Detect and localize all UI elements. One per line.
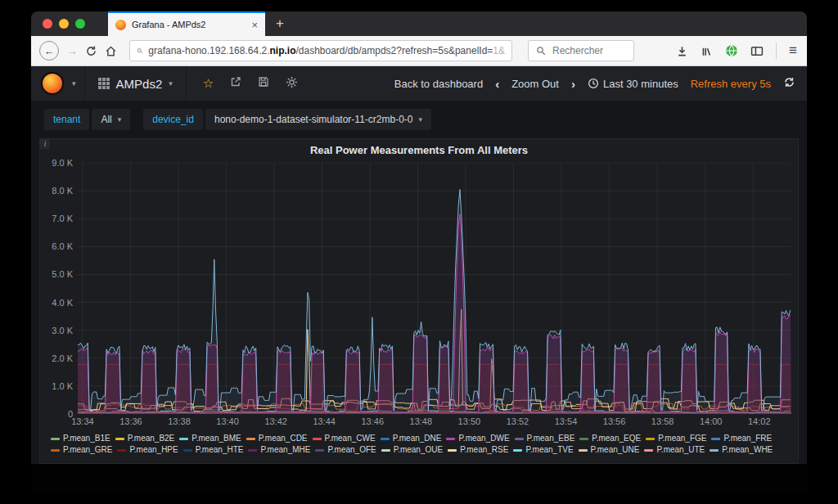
series-color-dash-icon: [446, 438, 455, 440]
downloads-button[interactable]: [676, 45, 688, 57]
legend-item[interactable]: P.mean_GRE: [51, 444, 112, 456]
share-button[interactable]: [230, 76, 241, 91]
home-button[interactable]: [105, 45, 117, 57]
legend-label: P.mean_TVE: [525, 444, 573, 456]
dashboard-picker[interactable]: AMPds2 ▾: [93, 77, 178, 91]
panel-info-icon[interactable]: i: [40, 139, 50, 149]
legend-item[interactable]: P.mean_FRE: [711, 433, 772, 444]
variable-device-id-value-dropdown[interactable]: hono-demo-1-dataset-simulator-11-cr2mb-0…: [205, 109, 431, 130]
legend-label: P.mean_GRE: [63, 444, 112, 456]
legend-item[interactable]: P.mean_B1E: [51, 433, 110, 444]
minimize-window-button[interactable]: [59, 19, 69, 29]
star-button[interactable]: ☆: [203, 76, 214, 91]
close-window-button[interactable]: [43, 19, 52, 29]
browser-tab[interactable]: Grafana - AMPds2 ×: [108, 11, 265, 36]
legend-item[interactable]: P.mean_OFE: [315, 444, 376, 456]
url-bar[interactable]: grafana-hono.192.168.64.2.nip.io/dashboa…: [129, 40, 512, 61]
url-path: /dashboard/db/ampds2?refresh=5s&panelId=: [295, 45, 493, 56]
legend-item[interactable]: P.mean_B2E: [115, 433, 175, 444]
zoom-window-button[interactable]: [75, 19, 85, 29]
time-range-picker[interactable]: Last 30 minutes: [588, 78, 678, 90]
series-color-dash-icon: [51, 438, 60, 440]
sidebar-toggle-button[interactable]: [750, 45, 764, 57]
tab-close-icon[interactable]: ×: [251, 20, 258, 30]
refresh-now-button[interactable]: [783, 76, 795, 91]
refresh-interval-button[interactable]: Refresh every 5s: [691, 78, 771, 90]
legend-item[interactable]: P.mean_MHE: [248, 444, 310, 456]
template-variables-row: tenant All ▾ device_id hono-demo-1-datas…: [31, 101, 807, 138]
legend-item[interactable]: P.mean_UNE: [579, 444, 640, 456]
series-color-dash-icon: [381, 449, 390, 452]
legend-item[interactable]: P.mean_FGE: [646, 433, 706, 444]
panel-title[interactable]: Real Power Measurements From All Meters: [40, 139, 798, 160]
legend-item[interactable]: P.mean_OUE: [381, 444, 443, 456]
series-color-dash-icon: [51, 449, 60, 452]
back-to-dashboard-button[interactable]: Back to dashboard: [394, 78, 483, 90]
grafana-toolbar: ▾ AMPds2 ▾ ☆: [31, 66, 807, 101]
chevron-down-icon[interactable]: ▾: [72, 79, 76, 88]
variable-tenant-value: All: [101, 114, 111, 125]
legend-item[interactable]: P.mean_DWE: [446, 433, 509, 444]
series-color-dash-icon: [579, 449, 588, 452]
legend-item[interactable]: P.mean_EQE: [579, 433, 641, 444]
forward-button[interactable]: →: [66, 44, 78, 57]
new-tab-button[interactable]: +: [265, 11, 295, 36]
time-shift-left-button[interactable]: ‹: [495, 77, 499, 91]
back-arrow-icon: ←: [44, 45, 55, 57]
legend-item[interactable]: P.mean_DNE: [381, 433, 442, 444]
x-axis-tick: 13:34: [71, 416, 94, 426]
toolbar-right-icons: ≡: [676, 43, 799, 59]
legend-label: P.mean_BME: [191, 433, 241, 444]
series-color-dash-icon: [183, 449, 192, 452]
series-color-dash-icon: [246, 438, 255, 440]
grafana-logo-icon[interactable]: [41, 72, 64, 95]
legend-item[interactable]: P.mean_HPE: [117, 444, 178, 456]
x-axis-tick: 13:40: [216, 416, 239, 426]
legend-label: P.mean_EQE: [592, 433, 641, 444]
legend-label: P.mean_HPE: [129, 444, 178, 456]
legend-label: P.mean_FGE: [658, 433, 706, 444]
y-axis-tick: 6.0 K: [40, 241, 73, 251]
reload-icon: [85, 45, 97, 57]
legend-item[interactable]: P.mean_RSE: [448, 444, 508, 456]
search-icon: [137, 46, 143, 56]
toolbar-divider: [186, 66, 187, 101]
time-series-chart[interactable]: [78, 163, 791, 414]
y-axis-tick: 3.0 K: [40, 326, 73, 335]
zoom-out-button[interactable]: Zoom Out: [511, 78, 559, 90]
save-button[interactable]: [258, 76, 269, 91]
legend-item[interactable]: P.mean_CDE: [246, 433, 308, 444]
legend-item[interactable]: P.mean_HTE: [183, 444, 244, 456]
time-shift-right-button[interactable]: ›: [571, 77, 575, 91]
settings-button[interactable]: [286, 76, 298, 92]
chart-legend: P.mean_B1EP.mean_B2EP.mean_BMEP.mean_CDE…: [40, 430, 798, 463]
browser-search-input[interactable]: Rechercher: [528, 40, 634, 61]
variable-tenant: tenant All ▾: [44, 109, 130, 130]
time-range-label: Last 30 minutes: [603, 78, 678, 90]
search-icon: [536, 46, 547, 56]
variable-device-id-value: hono-demo-1-dataset-simulator-11-cr2mb-0…: [214, 114, 413, 125]
legend-item[interactable]: P.mean_EBE: [515, 433, 575, 444]
refresh-icon: [783, 76, 795, 88]
url-domain: nip.io: [269, 45, 295, 56]
chevron-down-icon: ▾: [118, 115, 122, 124]
menu-button[interactable]: ≡: [789, 43, 797, 59]
chevron-down-icon: ▾: [419, 115, 423, 124]
variable-tenant-value-dropdown[interactable]: All ▾: [92, 109, 130, 130]
extension-globe-button[interactable]: [725, 44, 738, 57]
series-color-dash-icon: [179, 438, 188, 440]
library-button[interactable]: [701, 45, 713, 57]
back-button[interactable]: ←: [39, 41, 59, 61]
reload-button[interactable]: [85, 45, 97, 57]
x-axis: 13:3413:3613:3813:4013:4213:4413:4613:48…: [78, 416, 791, 430]
variable-tenant-label: tenant: [44, 109, 89, 130]
toolbar-separator: [776, 43, 777, 59]
legend-item[interactable]: P.mean_CWE: [313, 433, 376, 444]
y-axis-tick: 1.0 K: [40, 381, 73, 391]
legend-item[interactable]: P.mean_WHE: [710, 444, 773, 456]
legend-item[interactable]: P.mean_TVE: [513, 444, 573, 456]
legend-item[interactable]: P.mean_BME: [179, 433, 241, 444]
grafana-page: ▾ AMPds2 ▾ ☆: [31, 66, 807, 492]
legend-item[interactable]: P.mean_UTE: [644, 444, 705, 456]
tab-bar: Grafana - AMPds2 × +: [31, 11, 807, 36]
